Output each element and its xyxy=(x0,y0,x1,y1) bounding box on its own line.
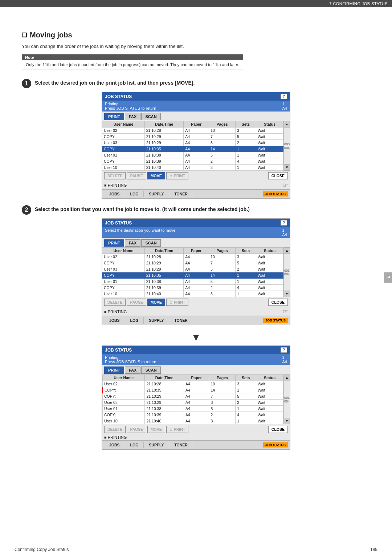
table-row[interactable]: User 1021,10:40A431Wait xyxy=(102,165,283,171)
panel3-tabs: PRINT FAX SCAN xyxy=(102,365,290,374)
panel1-scroll-down[interactable]: ▼ xyxy=(284,164,290,171)
table-row[interactable]: User 1021,10:40A431Wait xyxy=(102,291,283,297)
panel2-scroll-up[interactable]: ▲ xyxy=(284,247,290,254)
table-row[interactable]: User 0221,10:28A4103Wait xyxy=(102,254,283,260)
panel3-header: JOB STATUS ? xyxy=(102,346,290,354)
panel2-pause-btn[interactable]: PAUSE xyxy=(127,299,146,306)
panel2-printing-label: ■ PRINTING xyxy=(104,309,127,314)
panel2-nav: JOBS LOG SUPPLY TONER JOB STATUS xyxy=(102,316,290,325)
panel2-help[interactable]: ? xyxy=(281,220,287,226)
p2-col-username: User Name xyxy=(102,248,145,254)
table-row[interactable]: COPY:21,10:35A4141Wait xyxy=(102,146,283,152)
panel3-status: Printing xyxy=(105,355,156,360)
top-bar: 7 CONFIRMING JOB STATUS xyxy=(0,0,392,7)
panel3-side-nums: 003 004 xyxy=(284,381,290,418)
p2-col-sets: Sets xyxy=(235,248,256,254)
table-row[interactable]: User 0121,10:38A451Wait xyxy=(102,152,283,158)
panel1-tab-print[interactable]: PRINT xyxy=(104,113,124,120)
panel2-nav-supply[interactable]: SUPPLY xyxy=(144,317,169,324)
panel1-job-status-tag: JOB STATUS xyxy=(263,191,288,197)
panel1-scroll-up[interactable]: ▲ xyxy=(284,121,290,127)
col-username: User Name xyxy=(102,121,145,127)
panel2-paper-size: A4 xyxy=(282,232,287,237)
panel1-help[interactable]: ? xyxy=(281,94,287,99)
panel2-tab-print[interactable]: PRINT xyxy=(104,239,124,247)
panel2-side-nums: 003 004 xyxy=(284,254,290,291)
panel3-nav-log[interactable]: LOG xyxy=(125,442,144,448)
panel3-scroll-down[interactable]: ▼ xyxy=(284,418,290,424)
panel2-tab-scan[interactable]: SCAN xyxy=(141,239,160,247)
col-status: Status xyxy=(256,121,283,127)
panel1-pause-btn[interactable]: PAUSE xyxy=(127,172,146,179)
table-row[interactable]: COPY:21,10:39A424Wait xyxy=(103,412,283,418)
table-row[interactable]: User 0121,10:38A451Wait xyxy=(102,279,283,285)
panel3-table: User Name Date,Time Paper Pages Sets Sta… xyxy=(102,374,283,424)
table-row[interactable]: User 0321,10:29A432Wait xyxy=(103,400,283,406)
panel2-table-area: User Name Date,Time Paper Pages Sets Sta… xyxy=(102,247,290,297)
table-row[interactable]: COPY:21,10:29A475Wait xyxy=(102,260,283,266)
panel3-nav-toner[interactable]: TONER xyxy=(169,442,193,448)
table-row[interactable]: User 0321,10:29A432Wait xyxy=(102,266,283,272)
table-row[interactable]: User 1021,10:40A431Wait xyxy=(103,418,283,424)
table-row[interactable]: COPY:21,10:35A4141Wait xyxy=(102,272,283,279)
panel3-tab-scan[interactable]: SCAN xyxy=(141,366,160,374)
table-row[interactable]: COPY:21,10:39A424Wait xyxy=(102,158,283,165)
right-tab: 7 xyxy=(384,272,392,283)
panel2-nav-log[interactable]: LOG xyxy=(125,317,144,324)
panel1-tab-fax[interactable]: FAX xyxy=(125,113,140,120)
panel3-pause-btn[interactable]: PAUSE xyxy=(127,426,146,433)
step1-text: Select the desired job on the print job … xyxy=(35,79,195,87)
panel2-close-btn[interactable]: CLOSE xyxy=(268,299,288,306)
panel2-print-btn[interactable]: ⊙ PRINT xyxy=(166,299,188,306)
panel3-paper: 1 A4 xyxy=(282,355,287,364)
panel1-nav-toner[interactable]: TONER xyxy=(169,191,193,197)
panel1-nav-jobs[interactable]: JOBS xyxy=(104,191,125,197)
panel1-page-num: 1 xyxy=(282,102,285,106)
panel3-job-status-tag: JOB STATUS xyxy=(263,442,288,447)
panel1-table-area: User Name Date,Time Paper Pages Sets Sta… xyxy=(102,121,290,171)
panel1-table-scroll: User Name Date,Time Paper Pages Sets Sta… xyxy=(102,121,283,171)
panel2-delete-btn[interactable]: DELETE xyxy=(104,299,126,306)
panel1-nav-supply[interactable]: SUPPLY xyxy=(144,191,169,197)
panel3-help[interactable]: ? xyxy=(281,347,287,353)
panel1-printing-label: ■ PRINTING xyxy=(104,183,127,187)
footer-right: 189 xyxy=(370,547,377,552)
panel1-side-nums: 003 004 xyxy=(284,127,290,164)
panel3-nav-jobs[interactable]: JOBS xyxy=(104,442,125,448)
p2-col-status: Status xyxy=(256,248,283,254)
table-row[interactable]: User 0221,10:28A4103Wait xyxy=(103,381,283,387)
table-row[interactable]: COPY:21,10:39A424Wait xyxy=(102,285,283,291)
panel3-move-btn[interactable]: MOVE xyxy=(147,426,165,433)
table-row[interactable]: COPY:21,10:35A4141Wait xyxy=(103,387,283,393)
table-row[interactable]: COPY:21,10:29A475Wait xyxy=(102,134,283,140)
panel3-tab-print[interactable]: PRINT xyxy=(104,366,124,374)
panel2-nav-toner[interactable]: TONER xyxy=(169,317,193,324)
panel3-nav-supply[interactable]: SUPPLY xyxy=(144,442,169,448)
p3-col-paper: Paper xyxy=(184,375,209,381)
p2-col-datetime: Date,Time xyxy=(144,248,184,254)
panel3-tab-fax[interactable]: FAX xyxy=(125,366,140,374)
panel3-scroll-up[interactable]: ▲ xyxy=(284,374,290,381)
table-row[interactable]: User 0121,10:38A451Wait xyxy=(103,406,283,412)
panel1-move-btn[interactable]: MOVE xyxy=(147,172,165,179)
panel2-scroll-down[interactable]: ▼ xyxy=(284,291,290,297)
table-row[interactable]: User 0321,10:29A432Wait xyxy=(102,140,283,146)
panel1-nav-log[interactable]: LOG xyxy=(125,191,144,197)
panel2-move-btn[interactable]: MOVE xyxy=(147,299,165,306)
panel3-status2: Press JOB STATUS to return xyxy=(105,360,156,364)
table-row[interactable]: User 0221,10:28A4103Wait xyxy=(102,127,283,134)
panel2-nav-jobs[interactable]: JOBS xyxy=(104,317,125,324)
panel1-tab-scan[interactable]: SCAN xyxy=(141,113,160,120)
panel1-delete-btn[interactable]: DELETE xyxy=(104,172,126,179)
panel1-close-btn[interactable]: CLOSE xyxy=(268,172,288,179)
panel2-tab-fax[interactable]: FAX xyxy=(125,239,140,247)
panel2-paper: 1 A4 xyxy=(282,228,287,237)
panel3-close-btn[interactable]: CLOSE xyxy=(268,426,288,433)
note-label: Note xyxy=(22,54,243,60)
table-row[interactable]: COPY:21,10:29A475Wait xyxy=(103,393,283,400)
panel3-delete-btn[interactable]: DELETE xyxy=(104,426,126,433)
panel1-print-btn[interactable]: ⊙ PRINT xyxy=(166,172,188,179)
panel2-bottom-btns: DELETE PAUSE MOVE ⊙ PRINT CLOSE xyxy=(102,297,290,307)
panel3-print-btn[interactable]: ⊙ PRINT xyxy=(166,426,188,433)
note-text: Only the 11th and later jobs (counted fr… xyxy=(22,60,243,69)
